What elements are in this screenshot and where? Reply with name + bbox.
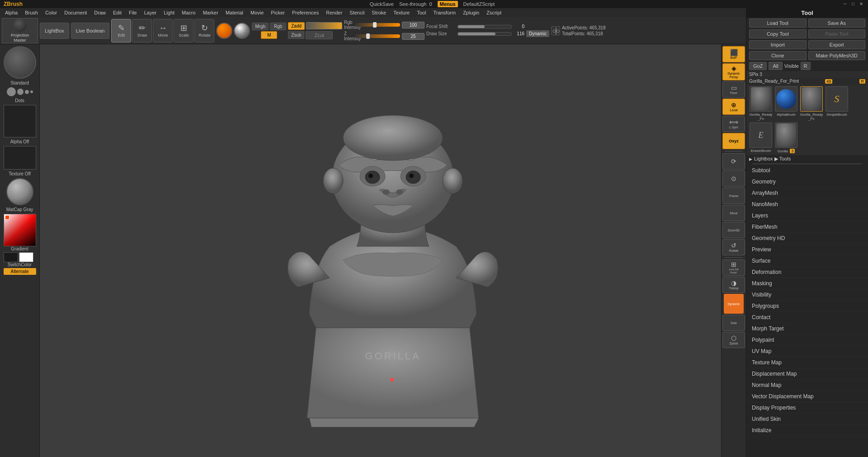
rs-rotate-btn[interactable]: ↺ Rotate — [722, 239, 745, 255]
edit-btn[interactable]: ✎ Edit — [111, 19, 131, 42]
draw-btn[interactable]: ✏ Draw — [132, 19, 152, 42]
menubar-item-render[interactable]: Render — [323, 9, 345, 16]
subtool-item[interactable]: Subtool — [746, 165, 868, 176]
goz-r-btn[interactable]: R — [801, 62, 811, 70]
primary-color-swatch[interactable] — [4, 252, 18, 262]
brush-dot-4[interactable] — [30, 90, 33, 93]
menubar-item-tool[interactable]: Tool — [414, 9, 429, 16]
clone-btn[interactable]: Clone — [749, 51, 807, 60]
menubar-item-movie[interactable]: Movie — [247, 9, 267, 16]
goz-all-btn[interactable]: All — [769, 62, 782, 70]
rgb-intensity-slider[interactable] — [355, 23, 400, 27]
menubar-item-file[interactable]: File — [126, 9, 140, 16]
gorilla-thumb[interactable]: Gorilla 3 — [774, 122, 798, 153]
lightbox-triangle-icon[interactable]: ▶ — [749, 157, 752, 161]
geometry-item[interactable]: Geometry — [746, 176, 868, 188]
lightbox-btn[interactable]: LightBox — [40, 23, 69, 39]
menubar-item-edit[interactable]: Edit — [110, 9, 125, 16]
rgb-btn[interactable]: Rgb — [270, 23, 286, 30]
menubar-item-zscript[interactable]: Zscript — [483, 9, 505, 16]
fibermesh-item[interactable]: FiberMesh — [746, 221, 868, 233]
rs-transp-btn[interactable]: ◑ Transp — [722, 277, 745, 293]
rgb-intensity-val[interactable]: 100 — [402, 22, 425, 28]
see-through-btn[interactable]: See-through 0 — [399, 1, 432, 7]
z-intensity-slider[interactable] — [355, 34, 400, 38]
rs-move-btn[interactable]: Move — [722, 205, 745, 221]
simple-brush-thumb[interactable]: S SimpleBrush — [825, 86, 849, 121]
copy-tool-btn[interactable]: Copy Tool — [749, 29, 807, 38]
menus-btn[interactable]: Menus — [438, 1, 458, 7]
rs-oxyz-btn[interactable]: Oxyz — [722, 133, 745, 149]
projection-master-btn[interactable]: ProjectionMaster — [2, 18, 38, 43]
texture-map-item[interactable]: Texture Map — [746, 357, 868, 368]
contact-item[interactable]: Contact — [746, 312, 868, 323]
menubar-item-material[interactable]: Material — [222, 9, 246, 16]
layers-item[interactable]: Layers — [746, 210, 868, 221]
surface-item[interactable]: Surface — [746, 255, 868, 267]
focal-shift-slider[interactable] — [458, 25, 512, 28]
minimize-btn[interactable]: ─ — [842, 1, 848, 7]
rs-rotate-ctrl-btn[interactable]: ⟳ — [722, 153, 745, 170]
alpha-box[interactable] — [4, 105, 36, 137]
alternate-btn[interactable]: Alternate — [4, 268, 36, 275]
alpha-brush-thumb[interactable]: AlphaBrush — [774, 86, 798, 121]
brush-dot-1[interactable] — [7, 87, 16, 96]
rs-local-btn[interactable]: ⊕ Local — [722, 99, 745, 115]
z-intensity-thumb[interactable] — [366, 33, 370, 39]
z-intensity-val[interactable]: 25 — [402, 33, 425, 40]
display-properties-item[interactable]: Display Properties — [746, 402, 868, 414]
visibility-item[interactable]: Visibility — [746, 289, 868, 301]
export-btn[interactable]: Export — [808, 40, 866, 49]
brush-dot-2[interactable] — [17, 89, 24, 95]
draw-size-slider[interactable] — [458, 32, 512, 36]
color-gradient[interactable] — [4, 214, 36, 246]
rs-dynamic-btn[interactable]: Dynamic — [724, 294, 744, 314]
rs-floor-btn[interactable]: ▭ Floor — [722, 81, 745, 98]
menubar-item-texture[interactable]: Texture — [390, 9, 413, 16]
polygroups-item[interactable]: Polygroups — [746, 301, 868, 312]
load-tool-btn[interactable]: Load Tool — [749, 19, 807, 28]
menubar-item-document[interactable]: Document — [61, 9, 90, 16]
matcap-sphere[interactable] — [6, 178, 33, 205]
displacement-map-item[interactable]: Displacement Map — [746, 368, 868, 380]
live-boolean-btn[interactable]: Live Boolean — [71, 23, 110, 39]
default-zscript-btn[interactable]: DefaultZScript — [463, 1, 495, 7]
restore-btn[interactable]: □ — [850, 1, 856, 7]
zsub-value[interactable]: Zcut — [306, 31, 333, 39]
move-btn[interactable]: ↔ Move — [153, 19, 173, 42]
menubar-item-brush[interactable]: Brush — [22, 9, 41, 16]
nanomesh-item[interactable]: NanoMesh — [746, 199, 868, 210]
rotate-btn[interactable]: ↻ Rotate — [194, 19, 214, 42]
rs-lsym-btn[interactable]: ⟺ L.Sym — [722, 116, 745, 132]
brush-dot-3[interactable] — [25, 90, 29, 94]
morph-target-item[interactable]: Morph Target — [746, 323, 868, 335]
gorilla-ready-thumb[interactable]: Gorilla_Ready_Fo — [749, 86, 773, 121]
rs-zoom3d-btn[interactable]: Zoom3D — [722, 222, 745, 238]
geometry-hd-item[interactable]: Geometry HD — [746, 233, 868, 244]
menubar-item-alpha[interactable]: Alpha — [2, 9, 21, 16]
shiny-sphere[interactable] — [234, 23, 250, 39]
color-indicator[interactable] — [5, 215, 9, 220]
mrgb-btn[interactable]: Mrgb — [252, 23, 269, 30]
menubar-item-zplugin[interactable]: Zplugin — [460, 9, 482, 16]
rs-solo-btn[interactable]: Solo — [722, 315, 745, 331]
menubar-item-picker[interactable]: Picker — [268, 9, 288, 16]
menubar-item-color[interactable]: Color — [42, 9, 60, 16]
texture-box[interactable] — [4, 146, 36, 170]
initialize-item[interactable]: Initialize — [746, 425, 868, 436]
viewport[interactable]: GORILLA — [40, 44, 746, 457]
m-btn[interactable]: M — [261, 31, 277, 39]
normal-map-item[interactable]: Normal Map — [746, 380, 868, 391]
make-polymesh3d-btn[interactable]: Make PolyMesh3D — [808, 51, 866, 60]
symmetry-icon[interactable] — [551, 26, 560, 35]
menubar-item-layer[interactable]: Layer — [141, 9, 160, 16]
quicksave-btn[interactable]: QuickSave — [370, 1, 394, 7]
eraser-brush-thumb[interactable]: E EraserBrush — [749, 122, 773, 153]
polypaint-item[interactable]: Polypaint — [746, 335, 868, 346]
save-as-btn[interactable]: Save As — [808, 19, 866, 28]
rs-bstp-btn[interactable]: ⬛ BstP — [722, 46, 745, 62]
arraymesh-item[interactable]: ArrayMesh — [746, 188, 868, 199]
menubar-item-light[interactable]: Light — [160, 9, 178, 16]
secondary-color-swatch[interactable] — [19, 252, 33, 262]
unified-skin-item[interactable]: Unified Skin — [746, 414, 868, 425]
